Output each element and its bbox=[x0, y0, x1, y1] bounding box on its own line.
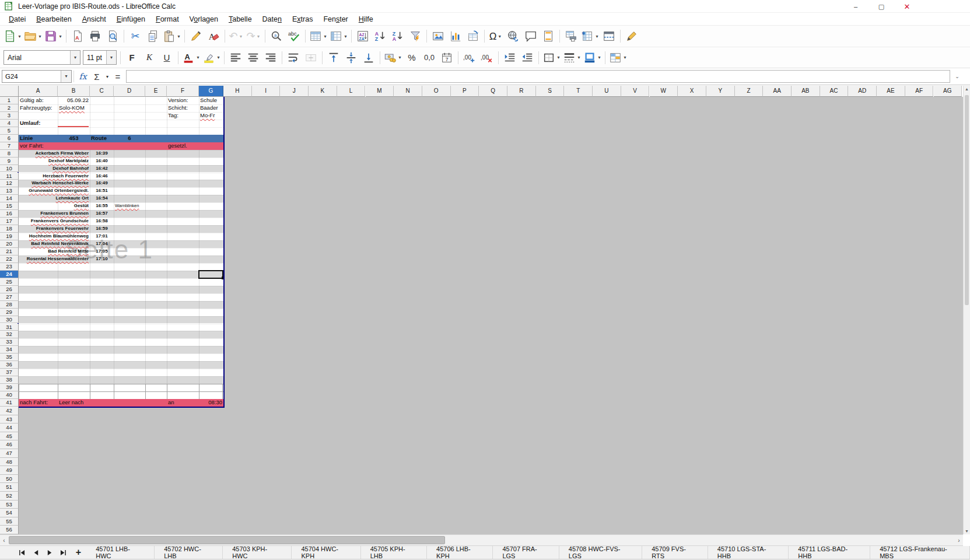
insert-image-button[interactable] bbox=[430, 28, 446, 44]
clone-formatting-button[interactable] bbox=[188, 28, 204, 44]
menu-bearbeiten[interactable]: Bearbeiten bbox=[31, 13, 76, 25]
row-header-14[interactable]: 14 bbox=[0, 195, 19, 202]
column-header-W[interactable]: W bbox=[650, 86, 678, 97]
date-format-button[interactable]: 7 bbox=[439, 50, 455, 66]
align-left-button[interactable] bbox=[227, 50, 244, 66]
define-print-area-button[interactable] bbox=[563, 28, 579, 44]
row-header-49[interactable]: 49 bbox=[0, 466, 19, 475]
column-header-AB[interactable]: AB bbox=[792, 86, 820, 97]
row-header-47[interactable]: 47 bbox=[0, 449, 19, 458]
maximize-button[interactable]: ▢ bbox=[869, 0, 894, 13]
border-color-button[interactable]: ▾ bbox=[583, 50, 602, 66]
row-header-20[interactable]: 20 bbox=[0, 240, 19, 248]
open-button[interactable]: ▾ bbox=[23, 28, 43, 44]
highlighting-color-dropdown-icon[interactable]: ▾ bbox=[216, 55, 221, 60]
menu-hilfe[interactable]: Hilfe bbox=[353, 13, 379, 25]
menu-vorlagen[interactable]: Vorlagen bbox=[184, 13, 223, 25]
row-header-44[interactable]: 44 bbox=[0, 424, 19, 432]
row-header-41[interactable]: 41 bbox=[0, 399, 19, 407]
special-character-button[interactable]: Ω▾ bbox=[488, 28, 504, 44]
align-right-button[interactable] bbox=[262, 50, 279, 66]
row-header-7[interactable]: 7 bbox=[0, 142, 19, 150]
row-header-45[interactable]: 45 bbox=[0, 432, 19, 441]
menu-extras[interactable]: Extras bbox=[287, 13, 318, 25]
open-dropdown-icon[interactable]: ▾ bbox=[37, 34, 43, 39]
sort-ascending-button[interactable]: AZ bbox=[372, 28, 388, 44]
new-document-dropdown-icon[interactable]: ▾ bbox=[17, 34, 22, 39]
sheet-tab-45708[interactable]: 45708 HWC-FVS-LGS bbox=[559, 546, 642, 559]
row-header-32[interactable]: 32 bbox=[0, 331, 19, 338]
sheet-tab-45706[interactable]: 45706 LHB-KPH bbox=[427, 546, 493, 559]
first-sheet-button[interactable] bbox=[15, 546, 29, 559]
sum-button[interactable]: Σ bbox=[90, 72, 104, 82]
column-header-B[interactable]: B bbox=[58, 86, 90, 97]
insert-chart-button[interactable] bbox=[447, 28, 464, 44]
print-button[interactable] bbox=[87, 28, 103, 44]
sheet-tab-45704[interactable]: 45704 HWC-KPH bbox=[292, 546, 360, 559]
row-header-23[interactable]: 23 bbox=[0, 263, 19, 271]
row-header-34[interactable]: 34 bbox=[0, 346, 19, 354]
special-character-dropdown-icon[interactable]: ▾ bbox=[497, 34, 502, 39]
conditional-formatting-button[interactable]: ▾ bbox=[608, 50, 628, 66]
menu-tabelle[interactable]: Tabelle bbox=[223, 13, 257, 25]
currency-button[interactable]: ▾ bbox=[383, 50, 402, 66]
rows-dropdown-icon[interactable]: ▾ bbox=[323, 34, 328, 39]
borders-dropdown-icon[interactable]: ▾ bbox=[556, 55, 561, 60]
row-header-24[interactable]: 24 bbox=[0, 271, 19, 278]
align-top-button[interactable] bbox=[325, 50, 342, 66]
column-header-M[interactable]: M bbox=[366, 86, 394, 97]
percent-button[interactable]: % bbox=[404, 50, 420, 66]
row-header-56[interactable]: 56 bbox=[0, 526, 19, 534]
increase-indent-button[interactable] bbox=[502, 50, 518, 66]
row-header-53[interactable]: 53 bbox=[0, 501, 19, 509]
column-header-AG[interactable]: AG bbox=[934, 86, 962, 97]
last-sheet-button[interactable] bbox=[57, 546, 71, 559]
menu-datei[interactable]: Datei bbox=[3, 13, 31, 25]
merge-cells-button[interactable] bbox=[303, 50, 319, 66]
row-header-10[interactable]: 10 bbox=[0, 165, 19, 173]
row-header-52[interactable]: 52 bbox=[0, 492, 19, 501]
cut-button[interactable]: ✂ bbox=[127, 28, 143, 44]
column-header-X[interactable]: X bbox=[678, 86, 706, 97]
copy-button[interactable] bbox=[145, 28, 161, 44]
sort-descending-button[interactable]: ZA bbox=[390, 28, 406, 44]
column-header-Y[interactable]: Y bbox=[706, 86, 735, 97]
paste-button[interactable]: ▾ bbox=[162, 28, 181, 44]
row-header-37[interactable]: 37 bbox=[0, 369, 19, 376]
currency-dropdown-icon[interactable]: ▾ bbox=[397, 55, 402, 60]
row-header-8[interactable]: 8 bbox=[0, 150, 19, 158]
split-window-button[interactable] bbox=[601, 28, 617, 44]
sheet-tab-45703[interactable]: 45703 KPH-HWC bbox=[223, 546, 292, 559]
row-header-3[interactable]: 3 bbox=[0, 112, 19, 120]
column-header-H[interactable]: H bbox=[223, 86, 252, 97]
export-pdf-button[interactable]: A bbox=[69, 28, 86, 44]
vertical-scroll-thumb[interactable] bbox=[965, 95, 969, 305]
column-header-A[interactable]: A bbox=[19, 86, 58, 97]
freeze-rows-and-columns-button[interactable]: ✱▾ bbox=[580, 28, 600, 44]
wrap-text-button[interactable] bbox=[285, 50, 302, 66]
row-header-27[interactable]: 27 bbox=[0, 293, 19, 301]
menu-fenster[interactable]: Fenster bbox=[318, 13, 353, 25]
borders-button[interactable]: ▾ bbox=[542, 50, 561, 66]
bold-button[interactable]: F bbox=[124, 50, 140, 66]
column-header-AE[interactable]: AE bbox=[877, 86, 905, 97]
scroll-down-icon[interactable]: ▼ bbox=[964, 529, 970, 533]
undo-dropdown-icon[interactable]: ▾ bbox=[239, 34, 244, 39]
sort-button[interactable]: AZZA bbox=[355, 28, 371, 44]
row-header-46[interactable]: 46 bbox=[0, 440, 19, 449]
autofilter-button[interactable] bbox=[407, 28, 423, 44]
row-header-28[interactable]: 28 bbox=[0, 301, 19, 309]
italic-button[interactable]: K bbox=[141, 50, 157, 66]
column-header-P[interactable]: P bbox=[451, 86, 479, 97]
column-header-V[interactable]: V bbox=[621, 86, 650, 97]
column-header-D[interactable]: D bbox=[114, 86, 145, 97]
row-header-54[interactable]: 54 bbox=[0, 509, 19, 517]
column-header-Z[interactable]: Z bbox=[735, 86, 764, 97]
spreadsheet-grid[interactable]: Seite 1Gültig ab:05.09.22Version:SchuleF… bbox=[0, 86, 963, 534]
row-header-16[interactable]: 16 bbox=[0, 210, 19, 218]
find-and-replace-button[interactable]: a bbox=[268, 28, 285, 44]
equals-button[interactable]: = bbox=[111, 72, 125, 82]
minimize-button[interactable]: – bbox=[843, 0, 869, 13]
font-color-button[interactable]: A▾ bbox=[181, 50, 201, 66]
column-header-E[interactable]: E bbox=[145, 86, 167, 97]
